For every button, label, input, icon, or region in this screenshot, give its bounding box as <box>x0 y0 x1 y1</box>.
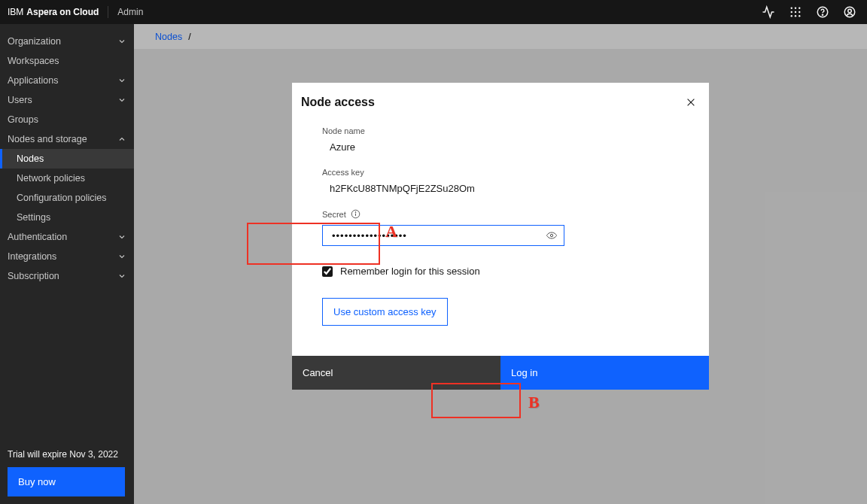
modal-overlay: Node access Node name Azure Access key h… <box>134 24 867 504</box>
sidebar-item-workspaces[interactable]: Workspaces <box>0 51 134 71</box>
sidebar-item-label: Nodes and storage <box>8 134 87 144</box>
secret-input[interactable] <box>332 230 546 241</box>
sidebar-item-organization[interactable]: Organization <box>0 32 134 51</box>
node-access-modal: Node access Node name Azure Access key h… <box>292 83 709 390</box>
sidebar-item-label: Settings <box>17 212 50 223</box>
admin-link[interactable]: Admin <box>117 7 143 17</box>
modal-footer: Cancel Log in <box>292 356 709 390</box>
sidebar-item-applications[interactable]: Applications <box>0 71 134 90</box>
sidebar-item-label: Workspaces <box>8 56 59 66</box>
sidebar-item-label: Subscription <box>8 271 59 281</box>
chevron-down-icon <box>117 76 126 85</box>
sidebar-bottom: Trial will expire Nov 3, 2022 Buy now <box>0 442 134 504</box>
cancel-button[interactable]: Cancel <box>292 356 500 390</box>
sidebar-item-subscription[interactable]: Subscription <box>0 266 134 286</box>
secret-input-wrap <box>322 225 564 246</box>
svg-point-17 <box>355 212 356 213</box>
secret-field: Secret <box>322 209 679 246</box>
sidebar-item-groups[interactable]: Groups <box>0 110 134 129</box>
modal-title: Node access <box>301 96 375 109</box>
reveal-secret-button[interactable] <box>546 229 558 241</box>
brand-product: Aspera on Cloud <box>26 7 99 17</box>
help-icon[interactable] <box>816 5 829 19</box>
topbar-right <box>762 5 859 19</box>
sidebar: Organization Workspaces Applications Use… <box>0 24 134 504</box>
svg-point-5 <box>799 11 800 13</box>
brand[interactable]: IBM Aspera on Cloud <box>8 7 99 17</box>
chevron-down-icon <box>117 232 126 241</box>
activity-icon[interactable] <box>762 5 775 19</box>
info-icon[interactable] <box>351 209 360 219</box>
login-button[interactable]: Log in <box>500 356 709 390</box>
access-key-field: Access key h2FKcU88TNMpQFjE2ZSu28Om <box>322 168 679 194</box>
remember-login-checkbox[interactable]: Remember login for this session <box>322 266 679 277</box>
secret-label: Secret <box>322 209 679 219</box>
sidebar-item-label: Organization <box>8 36 61 47</box>
sidebar-item-label: Authentication <box>8 232 67 242</box>
sidebar-item-label: Integrations <box>8 251 56 262</box>
sidebar-item-label: Configuration policies <box>17 193 107 203</box>
access-key-value: h2FKcU88TNMpQFjE2ZSu28Om <box>322 183 679 194</box>
node-name-field: Node name Azure <box>322 126 679 153</box>
svg-point-8 <box>799 15 800 17</box>
svg-point-10 <box>822 14 823 15</box>
modal-header: Node access <box>292 83 709 111</box>
main-area: Nodes / Node access Node name Azure <box>134 24 867 504</box>
node-name-value: Azure <box>322 141 679 153</box>
access-key-label: Access key <box>322 168 679 177</box>
svg-point-18 <box>550 234 552 236</box>
sidebar-item-label: Groups <box>8 114 38 125</box>
top-bar: IBM Aspera on Cloud Admin <box>0 0 867 24</box>
sidebar-item-authentication[interactable]: Authentication <box>0 227 134 247</box>
close-icon <box>686 97 696 108</box>
sidebar-item-network-policies[interactable]: Network policies <box>0 169 134 188</box>
brand-prefix: IBM <box>8 7 23 17</box>
sidebar-item-label: Network policies <box>17 173 85 184</box>
divider <box>108 6 108 18</box>
sidebar-item-settings[interactable]: Settings <box>0 208 134 227</box>
remember-checkbox-input[interactable] <box>322 266 333 277</box>
node-name-label: Node name <box>322 126 679 135</box>
svg-point-4 <box>795 11 796 13</box>
modal-body: Node name Azure Access key h2FKcU88TNMpQ… <box>292 111 709 356</box>
svg-point-0 <box>791 8 792 9</box>
chevron-down-icon <box>117 96 126 105</box>
sidebar-item-nodes-storage[interactable]: Nodes and storage <box>0 129 134 149</box>
chevron-down-icon <box>117 37 126 46</box>
remember-checkbox-label: Remember login for this session <box>340 266 480 277</box>
sidebar-item-integrations[interactable]: Integrations <box>0 247 134 266</box>
custom-access-key-button[interactable]: Use custom access key <box>322 298 448 326</box>
svg-point-2 <box>799 8 800 9</box>
chevron-down-icon <box>117 272 126 281</box>
svg-point-1 <box>795 8 796 9</box>
svg-point-6 <box>791 15 792 17</box>
chevron-down-icon <box>117 252 126 261</box>
sidebar-item-label: Applications <box>8 75 58 86</box>
eye-icon <box>546 229 558 241</box>
buy-now-button[interactable]: Buy now <box>8 467 125 496</box>
side-nav: Organization Workspaces Applications Use… <box>0 24 134 442</box>
shell: Organization Workspaces Applications Use… <box>0 24 867 504</box>
trial-expiry-text: Trial will expire Nov 3, 2022 <box>8 449 126 460</box>
svg-point-7 <box>795 15 796 17</box>
sidebar-item-label: Nodes <box>17 153 44 164</box>
sidebar-item-users[interactable]: Users <box>0 90 134 110</box>
apps-grid-icon[interactable] <box>789 5 802 19</box>
svg-point-3 <box>791 11 792 13</box>
topbar-left: IBM Aspera on Cloud Admin <box>8 6 143 18</box>
sidebar-item-config-policies[interactable]: Configuration policies <box>0 188 134 208</box>
user-avatar-icon[interactable] <box>843 5 856 19</box>
svg-point-12 <box>848 9 852 13</box>
close-button[interactable] <box>682 93 700 111</box>
chevron-up-icon <box>117 135 126 144</box>
sidebar-item-nodes[interactable]: Nodes <box>0 149 134 169</box>
sidebar-item-label: Users <box>8 95 32 105</box>
